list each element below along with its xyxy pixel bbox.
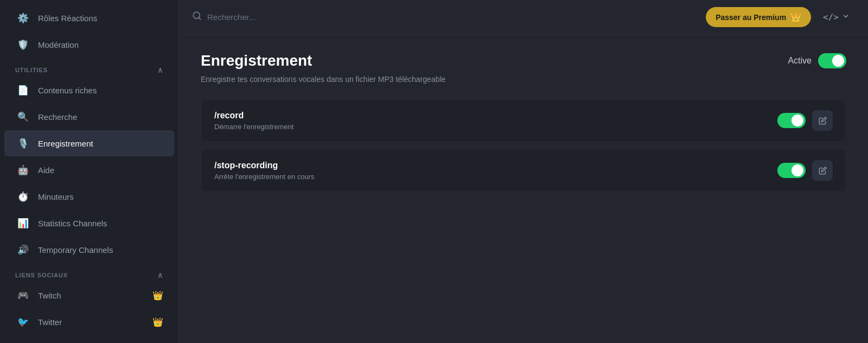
utilities-section-label: UTILITIES ∧ [0, 58, 178, 77]
sidebar-item-label: Recherche [38, 112, 78, 122]
main-toggle[interactable] [818, 53, 846, 68]
sidebar-utilities-items: 📄 Contenus riches 🔍 Recherche 🎙️ Enregis… [0, 77, 178, 263]
sidebar-item-moderation[interactable]: 🛡️ Modération [4, 31, 174, 58]
sidebar-item-roles-reactions[interactable]: ⚙️ Rôles Réactions [4, 5, 174, 31]
chevron-down-icon [842, 12, 850, 22]
sidebar-item-twitter[interactable]: 🐦 Twitter 👑 [4, 309, 174, 335]
command-card-record: /record Démarre l'enregistrement [201, 99, 846, 142]
sidebar-item-search[interactable]: 🔍 Recherche [4, 104, 174, 130]
sidebar-item-temp-channels[interactable]: 🔊 Temporary Channels [4, 237, 174, 263]
minuteurs-icon: ⏱️ [15, 189, 30, 204]
command-name-record: /record [214, 111, 293, 120]
search-area: Rechercher... [192, 11, 699, 23]
sidebar-item-label: Twitter [38, 317, 62, 327]
sidebar: ⚙️ Rôles Réactions 🛡️ Modération UTILITI… [0, 0, 179, 343]
aide-icon: 🤖 [15, 162, 30, 177]
crown-icon-twitch: 👑 [152, 290, 163, 301]
social-section-label: LIENS SOCIAUX ∧ [0, 263, 178, 282]
twitch-icon: 🎮 [15, 288, 30, 303]
youtube-icon: ▶️ [15, 341, 30, 343]
sidebar-item-recording[interactable]: 🎙️ Enregistrement [4, 130, 174, 156]
command-actions-stop [777, 160, 833, 181]
search-placeholder[interactable]: Rechercher... [207, 12, 256, 22]
sidebar-item-stats-channels[interactable]: 📊 Statistics Channels [4, 210, 174, 236]
crown-icon-twitter: 👑 [152, 317, 163, 327]
active-toggle-area: Active [788, 53, 846, 68]
sidebar-item-label: Enregistrement [38, 139, 93, 148]
page-title: Enregistrement [201, 52, 312, 69]
page-header: Enregistrement Active [201, 52, 846, 69]
active-label: Active [788, 56, 812, 66]
sidebar-item-label: Rôles Réactions [38, 14, 97, 23]
sidebar-item-rich-content[interactable]: 📄 Contenus riches [4, 77, 174, 103]
sidebar-item-minuteurs[interactable]: ⏱️ Minuteurs [4, 183, 174, 209]
command-desc-record: Démarre l'enregistrement [214, 123, 293, 131]
sidebar-item-aide[interactable]: 🤖 Aide [4, 157, 174, 183]
twitter-icon: 🐦 [15, 314, 30, 329]
command-toggle-stop[interactable] [777, 163, 806, 178]
collapse-icon[interactable]: ∧ [157, 66, 163, 74]
sidebar-item-youtube[interactable]: ▶️ YouTube 👑 [4, 335, 174, 343]
page-subtitle: Enregistre tes conversations vocales dan… [201, 75, 846, 84]
command-actions-record [777, 110, 833, 131]
sidebar-item-label: Aide [38, 166, 54, 175]
search-nav-icon: 🔍 [15, 109, 30, 124]
moderation-icon: 🛡️ [15, 37, 30, 52]
sidebar-item-twitch[interactable]: 🎮 Twitch 👑 [4, 282, 174, 308]
sidebar-item-label: Modération [38, 40, 79, 49]
content-area: Enregistrement Active Enregistre tes con… [179, 35, 868, 343]
command-info-stop: /stop-recording Arrête l'enregistrement … [214, 161, 315, 181]
sidebar-social-items: 🎮 Twitch 👑 🐦 Twitter 👑 ▶️ YouTube 👑 [0, 282, 178, 343]
sidebar-item-label: Twitch [38, 291, 61, 300]
stats-channels-icon: 📊 [15, 215, 30, 231]
code-toggle[interactable]: </> [818, 9, 855, 26]
command-name-stop: /stop-recording [214, 161, 315, 170]
sidebar-item-label: Temporary Channels [38, 245, 113, 255]
premium-button[interactable]: Passer au Premium 👑 [706, 7, 811, 27]
roles-reactions-icon: ⚙️ [15, 10, 30, 26]
code-icon: </> [823, 12, 839, 22]
command-card-stop-recording: /stop-recording Arrête l'enregistrement … [201, 149, 846, 192]
edit-button-record[interactable] [812, 110, 833, 131]
premium-crown-icon: 👑 [790, 12, 801, 22]
premium-label: Passer au Premium [716, 13, 786, 22]
command-desc-stop: Arrête l'enregistrement en cours [214, 173, 315, 181]
sidebar-item-label: Statistics Channels [38, 219, 107, 228]
search-icon [192, 11, 202, 23]
edit-button-stop[interactable] [812, 160, 833, 181]
temp-channels-icon: 🔊 [15, 242, 30, 257]
recording-icon: 🎙️ [15, 136, 30, 151]
collapse-social-icon[interactable]: ∧ [157, 271, 163, 280]
main-area: Rechercher... Passer au Premium 👑 </> En… [179, 0, 868, 343]
command-toggle-record[interactable] [777, 113, 806, 128]
svg-line-1 [199, 17, 200, 19]
sidebar-top-items: ⚙️ Rôles Réactions 🛡️ Modération [0, 4, 178, 58]
command-info-record: /record Démarre l'enregistrement [214, 111, 293, 131]
rich-content-icon: 📄 [15, 82, 30, 98]
sidebar-item-label: Contenus riches [38, 86, 97, 95]
sidebar-item-label: Minuteurs [38, 192, 74, 201]
topbar: Rechercher... Passer au Premium 👑 </> [179, 0, 868, 35]
